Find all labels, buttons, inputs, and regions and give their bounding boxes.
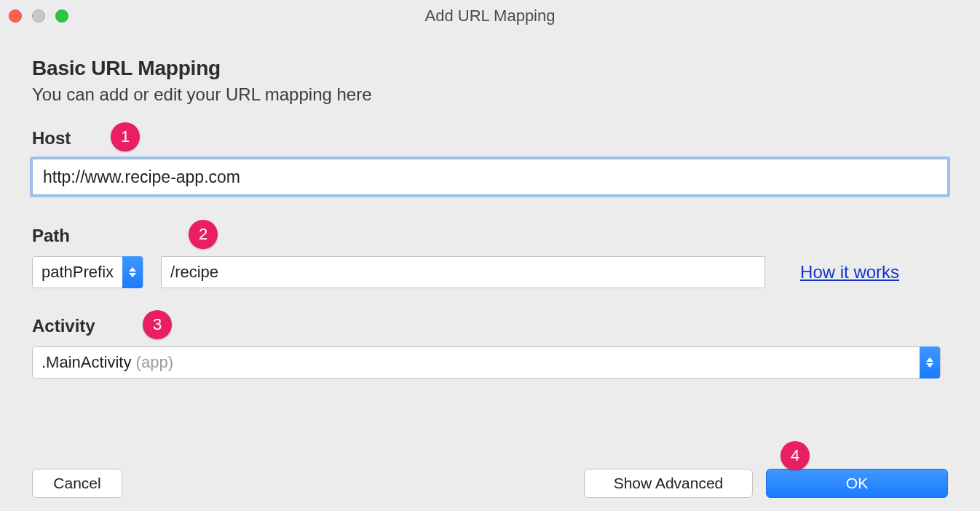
activity-select[interactable]: .MainActivity (app) <box>32 346 941 379</box>
host-group: Host 1 <box>32 128 948 195</box>
path-label: Path <box>32 226 70 246</box>
how-it-works-link[interactable]: How it works <box>800 262 899 282</box>
host-input[interactable] <box>32 159 948 195</box>
select-stepper-icon <box>122 256 143 288</box>
path-type-value: pathPrefix <box>33 263 122 282</box>
callout-badge-2: 2 <box>189 220 218 249</box>
activity-value-main: .MainActivity <box>42 353 131 371</box>
ok-button[interactable]: OK <box>766 469 948 498</box>
activity-value-suffix: (app) <box>131 353 173 371</box>
select-stepper-icon <box>920 346 940 379</box>
window-zoom-button[interactable] <box>55 9 68 23</box>
activity-group: Activity 3 .MainActivity (app) <box>32 316 948 379</box>
path-input[interactable] <box>161 256 765 288</box>
dialog-button-row: Cancel Show Advanced 4 OK <box>32 469 948 498</box>
callout-badge-3: 3 <box>143 310 172 339</box>
window-minimize-button[interactable] <box>32 9 45 23</box>
callout-badge-4: 4 <box>781 441 810 470</box>
activity-label: Activity <box>32 316 95 336</box>
right-buttons: Show Advanced 4 OK <box>584 469 948 498</box>
title-bar: Add URL Mapping <box>0 0 980 32</box>
window-close-button[interactable] <box>9 9 22 23</box>
activity-value: .MainActivity (app) <box>33 353 182 372</box>
window-title: Add URL Mapping <box>0 7 980 25</box>
host-label: Host <box>32 128 71 148</box>
path-group: Path 2 pathPrefix How it works <box>32 226 948 288</box>
window-controls <box>9 9 68 23</box>
path-type-select[interactable]: pathPrefix <box>32 256 143 288</box>
callout-badge-1: 1 <box>111 122 140 151</box>
section-description: You can add or edit your URL mapping her… <box>32 84 948 105</box>
cancel-button[interactable]: Cancel <box>32 469 122 498</box>
show-advanced-button[interactable]: Show Advanced <box>584 469 753 498</box>
section-title: Basic URL Mapping <box>32 57 948 80</box>
dialog-content: Basic URL Mapping You can add or edit yo… <box>0 32 980 379</box>
